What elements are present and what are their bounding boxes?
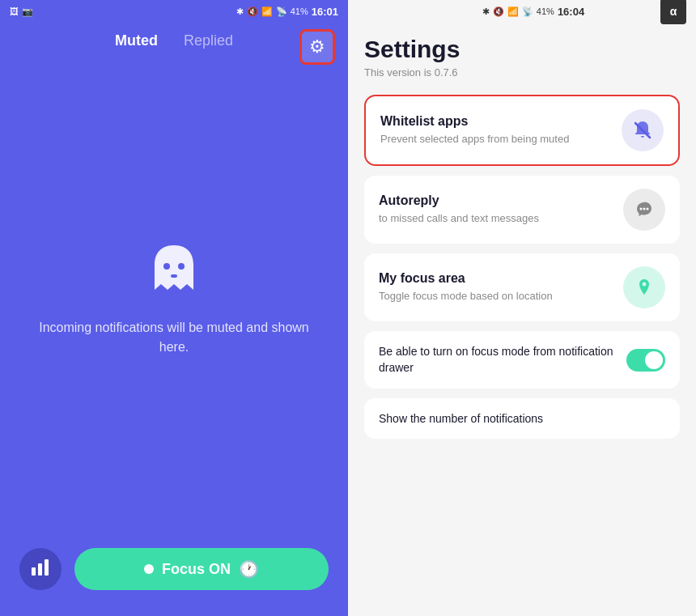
autoreply-card-text: Autoreply to missed calls and text messa… [379,193,612,226]
gear-icon: ⚙ [309,36,325,57]
focus-label: Focus ON [162,561,231,578]
whitelist-apps-card[interactable]: Whitelist apps Prevent selected apps fro… [364,95,680,166]
focus-mode-toggle[interactable] [626,349,665,372]
left-tabs: Muted Replied ⚙ [0,23,348,62]
status-bar-right: ✱ 🔇 📶 📡 41% 16:04 α [348,0,696,23]
stats-button[interactable] [19,548,62,590]
time-left: 16:01 [312,6,338,18]
right-status-icons-left: ✱ 🔇 📶 📡 41% 16:01 [236,6,338,18]
mute-icon: 🔇 [247,6,258,17]
svg-rect-2 [171,274,177,278]
focus-dot [144,564,154,574]
battery-right: 41% [537,6,554,16]
left-panel: 🖼 📷 ✱ 🔇 📶 📡 41% 16:01 Muted Replied ⚙ In… [0,0,348,616]
svg-point-9 [647,208,649,210]
bluetooth-icon: ✱ [236,6,244,17]
svg-point-8 [643,208,646,210]
right-content: Settings This version is 0.7.6 Whitelist… [348,23,696,616]
svg-rect-5 [45,559,49,576]
whitelist-card-icon-circle [622,109,664,151]
signal-icon: 📡 [276,6,287,17]
right-status-icons: ✱ 🔇 📶 📡 41% 16:04 [482,6,584,18]
location-pin-icon [634,277,655,298]
show-notifications-row[interactable]: Show the number of notifications [364,398,680,439]
muted-description: Incoming notifications will be muted and… [0,318,348,357]
right-panel: ✱ 🔇 📶 📡 41% 16:04 α Settings This versio… [348,0,696,616]
tab-replied[interactable]: Replied [184,32,233,49]
svg-rect-3 [32,567,36,576]
left-status-icons: 🖼 📷 [10,6,33,17]
autoreply-card[interactable]: Autoreply to missed calls and text messa… [364,176,680,244]
svg-point-1 [178,263,185,270]
focus-mode-toggle-label: Be able to turn on focus mode from notif… [379,344,615,376]
battery-left: 41% [291,6,308,16]
ghost-icon [142,237,206,302]
clock-icon: 🕐 [239,559,259,579]
gear-button[interactable]: ⚙ [299,29,335,65]
svg-rect-4 [38,563,42,576]
wifi-icon-right: 📶 [507,6,519,17]
bar-chart-icon [32,559,49,580]
whitelist-card-title: Whitelist apps [380,114,610,129]
toggle-knob [645,351,663,369]
status-bar-left: 🖼 📷 ✱ 🔇 📶 📡 41% 16:01 [0,0,348,23]
time-right: 16:04 [558,6,584,18]
alpha-button[interactable]: α [660,0,686,24]
gallery-icon: 🖼 [10,6,19,16]
focus-on-button[interactable]: Focus ON 🕐 [74,548,329,590]
autoreply-card-icon-circle [623,189,665,231]
focus-mode-toggle-row: Be able to turn on focus mode from notif… [364,331,680,389]
whitelist-card-desc: Prevent selected apps from being muted [380,132,610,147]
autoreply-card-desc: to missed calls and text messages [379,211,612,226]
photo-icon: 📷 [22,6,33,17]
autoreply-card-title: Autoreply [379,193,612,208]
mute-icon-right: 🔇 [493,6,504,17]
chat-bubble-icon [634,199,655,220]
left-content: Incoming notifications will be muted and… [0,62,348,532]
focus-area-card-title: My focus area [379,271,612,286]
svg-point-0 [163,263,170,270]
bt-icon-right: ✱ [482,6,490,17]
svg-point-7 [640,208,643,210]
left-bottom: Focus ON 🕐 [0,532,348,616]
alpha-icon: α [670,5,677,18]
bell-slash-icon [632,120,653,141]
signal-icon-right: 📡 [522,6,533,17]
wifi-icon: 📶 [261,6,273,17]
focus-area-card-text: My focus area Toggle focus mode based on… [379,271,612,304]
show-notifications-label: Show the number of notifications [379,412,543,425]
focus-area-card-icon-circle [623,266,665,308]
tab-muted[interactable]: Muted [115,32,158,49]
whitelist-card-text: Whitelist apps Prevent selected apps fro… [380,114,610,147]
settings-title: Settings [364,36,680,63]
focus-area-card[interactable]: My focus area Toggle focus mode based on… [364,253,680,321]
settings-version: This version is 0.7.6 [364,66,680,79]
focus-area-card-desc: Toggle focus mode based on location [379,289,612,304]
